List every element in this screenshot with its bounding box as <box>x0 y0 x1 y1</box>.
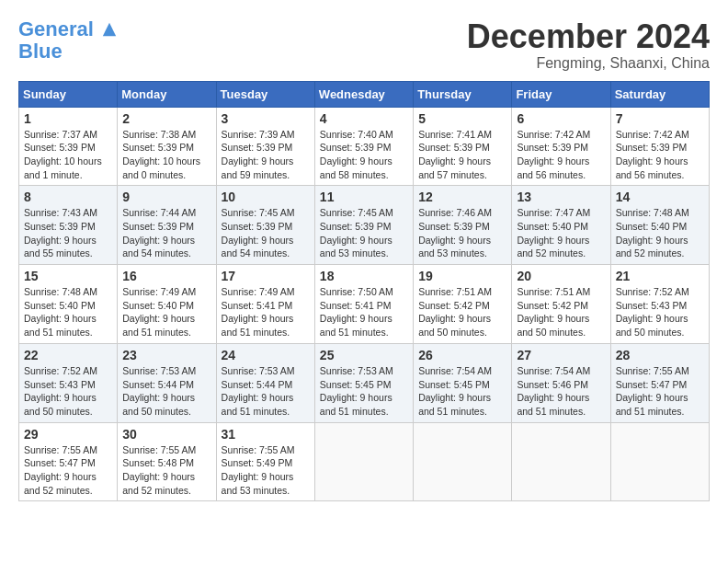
cell-content: Sunrise: 7:43 AM Sunset: 5:39 PM Dayligh… <box>24 206 112 260</box>
day-cell: 18 Sunrise: 7:50 AM Sunset: 5:41 PM Dayl… <box>314 265 413 344</box>
day-number: 22 <box>24 348 112 362</box>
day-cell: 30 Sunrise: 7:55 AM Sunset: 5:48 PM Dayl… <box>118 422 216 501</box>
cell-content: Sunrise: 7:53 AM Sunset: 5:44 PM Dayligh… <box>122 364 210 419</box>
cell-content: Sunrise: 7:55 AM Sunset: 5:47 PM Dayligh… <box>24 443 112 498</box>
day-cell: 14 Sunrise: 7:48 AM Sunset: 5:40 PM Dayl… <box>610 186 709 265</box>
header-cell-sunday: Sunday <box>19 81 118 107</box>
day-number: 19 <box>418 269 506 283</box>
day-cell: 26 Sunrise: 7:54 AM Sunset: 5:45 PM Dayl… <box>414 343 512 422</box>
cell-content: Sunrise: 7:54 AM Sunset: 5:45 PM Dayligh… <box>418 364 506 419</box>
day-cell: 2 Sunrise: 7:38 AM Sunset: 5:39 PM Dayli… <box>118 107 216 186</box>
day-number: 16 <box>122 269 210 283</box>
day-number: 10 <box>222 190 310 204</box>
week-row-3: 15 Sunrise: 7:48 AM Sunset: 5:40 PM Dayl… <box>19 265 710 344</box>
cell-content: Sunrise: 7:46 AM Sunset: 5:39 PM Dayligh… <box>418 206 506 260</box>
header-cell-friday: Friday <box>512 81 610 107</box>
title-block: December 2024 Fengming, Shaanxi, China <box>467 18 710 72</box>
day-number: 8 <box>24 190 112 204</box>
cell-content: Sunrise: 7:45 AM Sunset: 5:39 PM Dayligh… <box>222 206 310 260</box>
day-cell: 19 Sunrise: 7:51 AM Sunset: 5:42 PM Dayl… <box>414 265 512 344</box>
day-number: 4 <box>320 111 408 126</box>
page-header: General Blue December 2024 Fengming, Sha… <box>18 18 710 72</box>
logo: General Blue <box>18 18 118 63</box>
day-cell: 31 Sunrise: 7:55 AM Sunset: 5:49 PM Dayl… <box>216 422 314 501</box>
day-cell: 6 Sunrise: 7:42 AM Sunset: 5:39 PM Dayli… <box>512 107 610 186</box>
day-number: 28 <box>616 348 704 362</box>
day-number: 31 <box>222 427 310 442</box>
day-number: 13 <box>517 190 605 204</box>
day-cell: 11 Sunrise: 7:45 AM Sunset: 5:39 PM Dayl… <box>314 186 413 265</box>
day-number: 1 <box>24 111 112 126</box>
cell-content: Sunrise: 7:42 AM Sunset: 5:39 PM Dayligh… <box>517 128 605 182</box>
week-row-4: 22 Sunrise: 7:52 AM Sunset: 5:43 PM Dayl… <box>19 343 710 422</box>
day-cell: 20 Sunrise: 7:51 AM Sunset: 5:42 PM Dayl… <box>512 265 610 344</box>
day-number: 5 <box>418 111 506 126</box>
cell-content: Sunrise: 7:53 AM Sunset: 5:44 PM Dayligh… <box>222 364 310 419</box>
day-number: 17 <box>222 269 310 283</box>
cell-content: Sunrise: 7:49 AM Sunset: 5:40 PM Dayligh… <box>122 285 210 339</box>
cell-content: Sunrise: 7:51 AM Sunset: 5:42 PM Dayligh… <box>418 285 506 339</box>
day-number: 25 <box>320 348 408 362</box>
day-cell: 5 Sunrise: 7:41 AM Sunset: 5:39 PM Dayli… <box>414 107 512 186</box>
day-cell: 29 Sunrise: 7:55 AM Sunset: 5:47 PM Dayl… <box>19 422 118 501</box>
cell-content: Sunrise: 7:48 AM Sunset: 5:40 PM Dayligh… <box>24 285 112 339</box>
day-number: 15 <box>24 269 112 283</box>
day-cell: 10 Sunrise: 7:45 AM Sunset: 5:39 PM Dayl… <box>216 186 314 265</box>
day-cell: 27 Sunrise: 7:54 AM Sunset: 5:46 PM Dayl… <box>512 343 610 422</box>
day-cell <box>314 422 413 501</box>
day-cell: 7 Sunrise: 7:42 AM Sunset: 5:39 PM Dayli… <box>610 107 709 186</box>
day-cell: 16 Sunrise: 7:49 AM Sunset: 5:40 PM Dayl… <box>118 265 216 344</box>
cell-content: Sunrise: 7:38 AM Sunset: 5:39 PM Dayligh… <box>122 128 210 182</box>
cell-content: Sunrise: 7:55 AM Sunset: 5:49 PM Dayligh… <box>222 443 310 498</box>
header-cell-saturday: Saturday <box>610 81 709 107</box>
day-number: 24 <box>222 348 310 362</box>
day-cell: 13 Sunrise: 7:47 AM Sunset: 5:40 PM Dayl… <box>512 186 610 265</box>
cell-content: Sunrise: 7:47 AM Sunset: 5:40 PM Dayligh… <box>517 206 605 260</box>
day-cell <box>414 422 512 501</box>
cell-content: Sunrise: 7:55 AM Sunset: 5:47 PM Dayligh… <box>616 364 704 419</box>
cell-content: Sunrise: 7:55 AM Sunset: 5:48 PM Dayligh… <box>122 443 210 498</box>
day-number: 30 <box>122 427 210 442</box>
day-cell: 4 Sunrise: 7:40 AM Sunset: 5:39 PM Dayli… <box>314 107 413 186</box>
header-cell-thursday: Thursday <box>414 81 512 107</box>
day-cell: 28 Sunrise: 7:55 AM Sunset: 5:47 PM Dayl… <box>610 343 709 422</box>
week-row-5: 29 Sunrise: 7:55 AM Sunset: 5:47 PM Dayl… <box>19 422 710 501</box>
month-title: December 2024 <box>467 18 710 55</box>
day-cell: 21 Sunrise: 7:52 AM Sunset: 5:43 PM Dayl… <box>610 265 709 344</box>
day-number: 23 <box>122 348 210 362</box>
day-cell: 12 Sunrise: 7:46 AM Sunset: 5:39 PM Dayl… <box>414 186 512 265</box>
cell-content: Sunrise: 7:45 AM Sunset: 5:39 PM Dayligh… <box>320 206 408 260</box>
cell-content: Sunrise: 7:52 AM Sunset: 5:43 PM Dayligh… <box>24 364 112 419</box>
day-number: 18 <box>320 269 408 283</box>
cell-content: Sunrise: 7:44 AM Sunset: 5:39 PM Dayligh… <box>122 206 210 260</box>
cell-content: Sunrise: 7:54 AM Sunset: 5:46 PM Dayligh… <box>517 364 605 419</box>
cell-content: Sunrise: 7:41 AM Sunset: 5:39 PM Dayligh… <box>418 128 506 182</box>
cell-content: Sunrise: 7:50 AM Sunset: 5:41 PM Dayligh… <box>320 285 408 339</box>
day-number: 7 <box>616 111 704 126</box>
week-row-1: 1 Sunrise: 7:37 AM Sunset: 5:39 PM Dayli… <box>19 107 710 186</box>
day-number: 6 <box>517 111 605 126</box>
day-number: 2 <box>122 111 210 126</box>
day-cell: 3 Sunrise: 7:39 AM Sunset: 5:39 PM Dayli… <box>216 107 314 186</box>
cell-content: Sunrise: 7:39 AM Sunset: 5:39 PM Dayligh… <box>222 128 310 182</box>
day-number: 9 <box>122 190 210 204</box>
day-number: 20 <box>517 269 605 283</box>
cell-content: Sunrise: 7:48 AM Sunset: 5:40 PM Dayligh… <box>616 206 704 260</box>
day-number: 14 <box>616 190 704 204</box>
cell-content: Sunrise: 7:53 AM Sunset: 5:45 PM Dayligh… <box>320 364 408 419</box>
location: Fengming, Shaanxi, China <box>467 55 710 72</box>
day-number: 21 <box>616 269 704 283</box>
day-cell: 15 Sunrise: 7:48 AM Sunset: 5:40 PM Dayl… <box>19 265 118 344</box>
day-number: 3 <box>222 111 310 126</box>
cell-content: Sunrise: 7:49 AM Sunset: 5:41 PM Dayligh… <box>222 285 310 339</box>
day-cell: 25 Sunrise: 7:53 AM Sunset: 5:45 PM Dayl… <box>314 343 413 422</box>
day-number: 26 <box>418 348 506 362</box>
day-number: 27 <box>517 348 605 362</box>
day-number: 12 <box>418 190 506 204</box>
logo-text: General Blue <box>18 18 118 63</box>
day-cell: 17 Sunrise: 7:49 AM Sunset: 5:41 PM Dayl… <box>216 265 314 344</box>
day-cell: 8 Sunrise: 7:43 AM Sunset: 5:39 PM Dayli… <box>19 186 118 265</box>
header-cell-tuesday: Tuesday <box>216 81 314 107</box>
day-cell: 9 Sunrise: 7:44 AM Sunset: 5:39 PM Dayli… <box>118 186 216 265</box>
day-cell <box>512 422 610 501</box>
